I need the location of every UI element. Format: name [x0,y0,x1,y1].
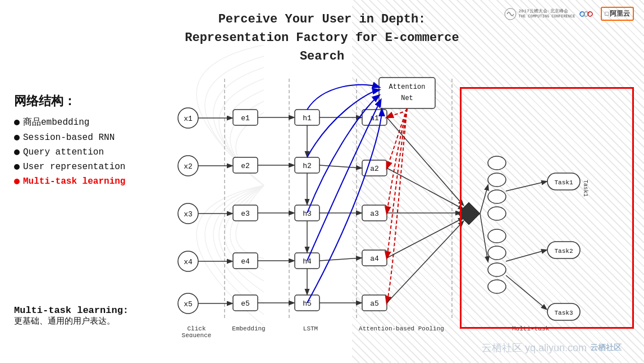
svg-rect-52 [379,78,435,108]
bullet-3: Query attention [14,147,171,157]
svg-text:Sequence: Sequence [182,332,212,337]
svg-text:x5: x5 [184,300,193,308]
bullet-1: 商品embedding [14,116,171,128]
svg-text:e4: e4 [241,257,250,266]
svg-text:Attention: Attention [389,83,426,91]
bullet-2: Session-based RNN [14,133,171,143]
top-logos: 2017云栖大会·北京峰会 THE COMPUTING CONFERENCE □… [504,7,634,21]
svg-text:x1: x1 [184,115,193,123]
svg-text:h2: h2 [303,162,312,170]
input-nodes: x1 x2 x3 x4 x5 [178,108,198,314]
svg-text:e2: e2 [241,162,250,170]
svg-text:e1: e1 [241,114,250,122]
bullet-dot-3 [14,149,20,155]
svg-text:h4: h4 [303,257,312,266]
svg-text:a3: a3 [370,210,379,218]
svg-text:Attention-based Pooling: Attention-based Pooling [359,325,444,332]
svg-text:Net: Net [401,94,413,102]
aliyun-logo: □ 阿里云 [601,7,634,21]
red-border-box [460,87,634,329]
svg-text:Click: Click [187,325,205,332]
svg-text:LSTM: LSTM [303,325,318,332]
bullet-dot-1 [14,120,20,125]
bullet-5: Multi-task learning [14,176,171,187]
svg-text:x4: x4 [184,258,193,266]
svg-text:e5: e5 [241,300,250,308]
bullet-dot-4 [14,164,20,170]
yunqi-icon [504,8,517,20]
bullet-4: User representation [14,162,171,172]
svg-text:a4: a4 [370,255,379,263]
svg-line-66 [319,165,361,168]
watermark: 云栖社区 yq.aliyun.com 云栖社区 [482,341,622,355]
svg-text:Embedding: Embedding [232,325,265,332]
attention-nodes: a1 a2 a3 a4 a5 [362,110,387,311]
svg-line-74 [387,221,463,303]
svg-text:a5: a5 [370,300,379,308]
svg-text:h1: h1 [303,114,312,122]
bottom-sub-label: 更基础、通用的用户表达。 [14,316,129,326]
watermark-brand: 云栖社区 [590,343,622,353]
svg-text:e3: e3 [241,210,250,218]
olympic-rings-icon [579,10,596,19]
yunqi-text: 2017云栖大会·北京峰会 THE COMPUTING CONFERENCE [519,8,576,19]
bottom-main-label: Multi-task learning: [14,305,129,316]
olympic-logo [579,10,596,19]
svg-text:h3: h3 [303,210,312,218]
svg-text:a2: a2 [370,165,379,173]
left-content: 网络结构： 商品embedding Session-based RNN Quer… [14,93,171,191]
svg-text:h5: h5 [303,300,312,308]
embedding-nodes: e1 e2 e3 e4 e5 [233,110,258,311]
svg-text:x3: x3 [184,210,193,219]
svg-text:x2: x2 [184,162,193,171]
bullet-dot-2 [14,135,20,140]
watermark-text: 云栖社区 yq.aliyun.com [482,341,587,355]
svg-line-68 [319,258,361,261]
bullet-dot-5 [14,179,20,184]
bottom-text-block: Multi-task learning: 更基础、通用的用户表达。 [14,305,129,326]
slide: 2017云栖大会·北京峰会 THE COMPUTING CONFERENCE □… [0,0,644,363]
section-title: 网络结构： [14,93,171,110]
